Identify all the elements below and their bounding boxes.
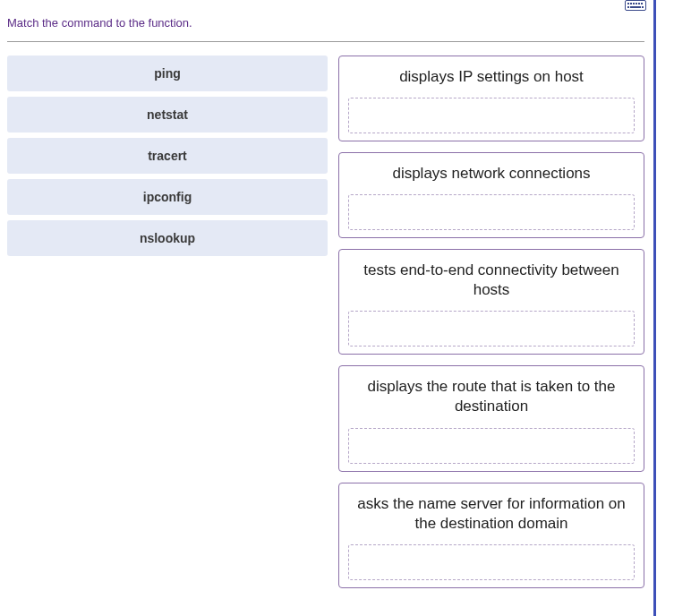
drop-zone[interactable]: [348, 311, 635, 346]
drop-zone[interactable]: [348, 544, 635, 580]
svg-rect-7: [627, 6, 629, 8]
function-description: asks the name server for information on …: [348, 494, 635, 534]
drop-zone[interactable]: [348, 428, 635, 464]
divider: [7, 41, 644, 42]
instruction-text: Match the command to the function.: [7, 16, 192, 30]
svg-rect-4: [636, 3, 637, 4]
svg-rect-2: [630, 3, 632, 4]
match-area: ping netstat tracert ipconfig nslookup d…: [7, 56, 644, 588]
command-item-nslookup[interactable]: nslookup: [7, 220, 328, 256]
function-card: displays the route that is taken to the …: [338, 365, 644, 471]
commands-column: ping netstat tracert ipconfig nslookup: [7, 56, 328, 588]
svg-rect-1: [627, 3, 629, 4]
command-label: nslookup: [140, 231, 195, 245]
svg-rect-3: [633, 3, 635, 4]
function-description: displays the route that is taken to the …: [348, 377, 635, 416]
command-label: netstat: [147, 107, 188, 122]
command-item-netstat[interactable]: netstat: [7, 97, 328, 133]
svg-rect-5: [638, 3, 640, 4]
svg-rect-6: [641, 3, 643, 4]
functions-column: displays IP settings on host displays ne…: [338, 56, 644, 588]
command-label: ping: [154, 66, 181, 81]
svg-rect-0: [626, 1, 646, 11]
function-description: displays IP settings on host: [348, 67, 635, 87]
function-card: tests end-to-end connectivity between ho…: [338, 249, 644, 355]
command-item-tracert[interactable]: tracert: [7, 138, 328, 174]
svg-rect-9: [642, 6, 644, 8]
command-label: tracert: [148, 149, 187, 163]
command-label: ipconfig: [143, 190, 192, 204]
function-card: displays network connections: [338, 152, 644, 238]
quiz-frame: Match the command to the function. ping …: [0, 0, 656, 616]
svg-rect-8: [630, 6, 641, 8]
function-description: displays network connections: [348, 164, 635, 184]
keyboard-icon[interactable]: [625, 0, 646, 11]
command-item-ipconfig[interactable]: ipconfig: [7, 179, 328, 215]
function-card: displays IP settings on host: [338, 56, 644, 141]
function-card: asks the name server for information on …: [338, 483, 644, 588]
command-item-ping[interactable]: ping: [7, 56, 328, 91]
drop-zone[interactable]: [348, 98, 635, 133]
function-description: tests end-to-end connectivity between ho…: [348, 261, 635, 300]
drop-zone[interactable]: [348, 194, 635, 230]
